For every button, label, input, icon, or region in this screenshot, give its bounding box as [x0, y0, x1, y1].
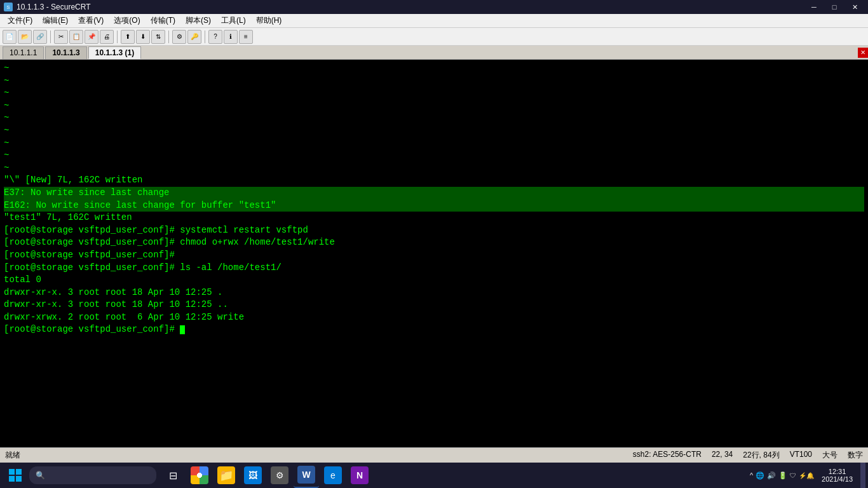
tab-2[interactable]: 10.1.1.3 (1): [88, 46, 141, 59]
taskbar-extra-icons: ⚡🔔: [799, 472, 814, 479]
clock-time: 12:31: [829, 468, 846, 475]
menubar: 文件(F)编辑(E)查看(V)选项(O)传输(T)脚本(S)工具(L)帮助(H): [0, 14, 868, 28]
toolbar-sftp[interactable]: ⇅: [151, 30, 165, 44]
toolbar-help[interactable]: ?: [208, 30, 222, 44]
volume-icon[interactable]: 🔊: [767, 471, 776, 480]
network-icon[interactable]: 🌐: [756, 471, 764, 480]
toolbar-connect[interactable]: 🔗: [33, 30, 47, 44]
show-desktop-button[interactable]: [860, 463, 865, 488]
terminal-line: [root@storage vsftpd_user_conf]# systemc…: [4, 224, 864, 237]
toolbar: 📄 📂 🔗 ✂ 📋 📌 🖨 ⬆ ⬇ ⇅ ⚙ 🔑 ? ℹ ≡: [0, 28, 868, 46]
toolbar-print[interactable]: 🖨: [100, 30, 114, 44]
toolbar-sep4: [205, 30, 205, 43]
terminal-line: drwxr-xrwx. 2 root root 6 Apr 10 12:25 w…: [4, 311, 864, 324]
toolbar-cut[interactable]: ✂: [54, 30, 68, 44]
toolbar-copy[interactable]: 📋: [69, 30, 83, 44]
clock-date: 2021/4/13: [822, 475, 853, 483]
terminal-line: ~: [4, 62, 864, 75]
window-title: 10.1.1.3 - SecureCRT: [17, 3, 91, 11]
search-bar[interactable]: 🔍: [29, 466, 156, 484]
terminal-line: ~: [4, 125, 864, 137]
terminal-line: "test1" 7L, 162C written: [4, 212, 864, 224]
menu-item-o[interactable]: 选项(O): [109, 14, 145, 28]
tab-close-button[interactable]: ✕: [858, 48, 868, 58]
antivirus-icon: 🛡: [790, 472, 796, 479]
taskbar-photos[interactable]: 🖼: [240, 463, 266, 488]
menu-item-e[interactable]: 编辑(E): [37, 14, 73, 28]
terminal-line: drwxr-xr-x. 3 root root 18 Apr 10 12:25 …: [4, 287, 864, 299]
toolbar-new[interactable]: 📄: [3, 30, 17, 44]
taskbar-settings[interactable]: ⚙: [267, 463, 292, 488]
terminal-line: [root@storage vsftpd_user_conf]#: [4, 323, 864, 336]
status-size: 大号: [822, 450, 837, 461]
terminal-line: E162: No write since last change for buf…: [4, 200, 864, 212]
terminal-line: [root@storage vsftpd_user_conf]#: [4, 249, 864, 262]
terminal-line: ~: [4, 112, 864, 125]
statusbar-right: ssh2: AES-256-CTR 22, 34 22行, 84列 VT100 …: [633, 450, 863, 461]
toolbar-settings[interactable]: ⚙: [172, 30, 186, 44]
status-position: 22, 34: [712, 450, 733, 461]
window-controls[interactable]: ─ □ ✕: [804, 0, 864, 14]
terminal-line: ~: [4, 87, 864, 100]
terminal[interactable]: ~~~~~~~~~"\" [New] 7L, 162C writtenE37: …: [0, 60, 868, 447]
status-mode: 数字: [848, 450, 863, 461]
terminal-line: E37: No write since last change: [4, 187, 864, 200]
titlebar-left: S 10.1.1.3 - SecureCRT: [4, 3, 91, 11]
menu-item-h[interactable]: 帮助(H): [251, 14, 287, 28]
status-vt: VT100: [790, 450, 812, 461]
task-view-button[interactable]: ⊟: [160, 463, 186, 488]
menu-item-s[interactable]: 脚本(S): [180, 14, 216, 28]
taskbar-chrome[interactable]: [187, 463, 212, 488]
toolbar-about[interactable]: ℹ: [224, 30, 238, 44]
menu-item-v[interactable]: 查看(V): [73, 14, 109, 28]
terminal-line: drwxr-xr-x. 3 root root 18 Apr 10 12:25 …: [4, 299, 864, 311]
toolbar-key[interactable]: 🔑: [187, 30, 201, 44]
taskbar-onenote[interactable]: N: [347, 463, 372, 488]
terminal-cursor: [180, 325, 185, 334]
terminal-line: ~: [4, 149, 864, 162]
taskbar-caret-icon[interactable]: ^: [750, 471, 753, 479]
start-button[interactable]: [3, 463, 28, 488]
statusbar: 就绪 ssh2: AES-256-CTR 22, 34 22行, 84列 VT1…: [0, 447, 868, 463]
taskbar-explorer[interactable]: 📁: [214, 463, 239, 488]
taskbar-word[interactable]: W: [294, 463, 319, 488]
toolbar-open[interactable]: 📂: [18, 30, 32, 44]
terminal-line: [root@storage vsftpd_user_conf]# ls -al …: [4, 262, 864, 274]
app-icon: S: [4, 3, 13, 11]
terminal-line: ~: [4, 75, 864, 88]
tab-1[interactable]: 10.1.1.3: [45, 46, 86, 59]
close-button[interactable]: ✕: [845, 0, 864, 14]
toolbar-upload[interactable]: ⬆: [121, 30, 135, 44]
terminal-line: "\" [New] 7L, 162C written: [4, 174, 864, 187]
toolbar-sep1: [50, 30, 51, 43]
toolbar-paste[interactable]: 📌: [85, 30, 98, 44]
status-lines-cols: 22行, 84列: [743, 450, 779, 461]
toolbar-sep3: [168, 30, 169, 43]
windows-taskbar: 🔍 ⊟ 📁 🖼 ⚙ W e N ^ 🌐 🔊 🔋 🛡 ⚡🔔 12:31 2021/…: [0, 463, 868, 488]
terminal-line: ~: [4, 100, 864, 112]
status-ssh: ssh2: AES-256-CTR: [633, 450, 702, 461]
menu-item-t[interactable]: 传输(T): [146, 14, 180, 28]
taskbar-right: ^ 🌐 🔊 🔋 🛡 ⚡🔔 12:31 2021/4/13: [750, 463, 865, 488]
battery-icon[interactable]: 🔋: [778, 471, 787, 480]
status-ready: 就绪: [5, 450, 20, 461]
terminal-line: ~: [4, 137, 864, 150]
toolbar-download[interactable]: ⬇: [136, 30, 150, 44]
tabbar: 10.1.1.1 10.1.1.3 10.1.1.3 (1) ✕: [0, 46, 868, 60]
terminal-line: total 0: [4, 274, 864, 287]
minimize-button[interactable]: ─: [804, 0, 824, 14]
toolbar-extra[interactable]: ≡: [239, 30, 253, 44]
tab-0[interactable]: 10.1.1.1: [3, 46, 44, 59]
toolbar-sep2: [117, 30, 118, 43]
terminal-line: ~: [4, 162, 864, 175]
taskbar-edge[interactable]: e: [320, 463, 346, 488]
clock[interactable]: 12:31 2021/4/13: [817, 468, 858, 483]
terminal-line: [root@storage vsftpd_user_conf]# chmod o…: [4, 236, 864, 249]
menu-item-f[interactable]: 文件(F): [3, 14, 37, 28]
menu-item-l[interactable]: 工具(L): [216, 14, 251, 28]
titlebar: S 10.1.1.3 - SecureCRT ─ □ ✕: [0, 0, 868, 14]
maximize-button[interactable]: □: [825, 0, 844, 14]
